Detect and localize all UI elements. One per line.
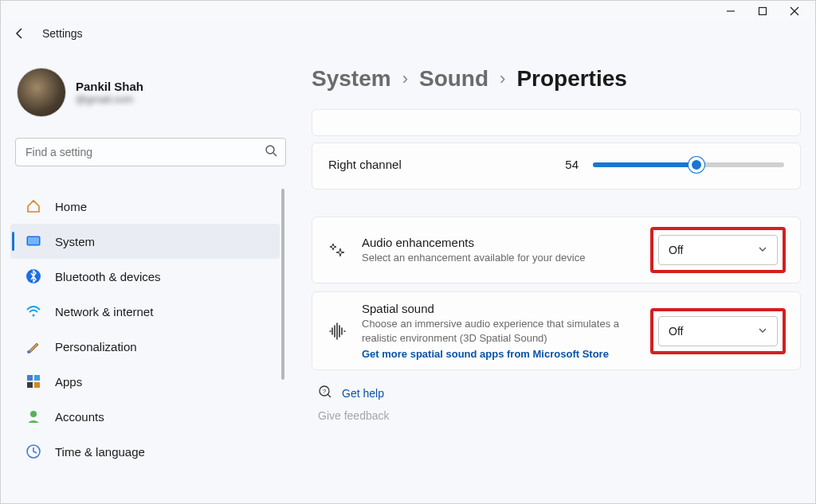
home-icon bbox=[25, 197, 42, 215]
breadcrumb-item-sound[interactable]: Sound bbox=[419, 66, 488, 92]
svg-line-5 bbox=[273, 153, 277, 156]
sidebar-item-label: Accounts bbox=[55, 410, 104, 424]
sidebar-item-label: System bbox=[55, 235, 95, 248]
svg-point-10 bbox=[27, 350, 30, 354]
sidebar-item-label: Bluetooth & devices bbox=[55, 270, 161, 283]
sidebar-item-bluetooth[interactable]: Bluetooth & devices bbox=[10, 259, 280, 294]
chevron-down-icon bbox=[758, 325, 767, 338]
nav-scrollbar[interactable] bbox=[281, 189, 284, 380]
apps-icon bbox=[25, 373, 42, 390]
back-button[interactable] bbox=[12, 25, 28, 41]
spatial-sound-desc: Choose an immersive audio experience tha… bbox=[362, 317, 636, 345]
dropdown-value: Off bbox=[669, 244, 683, 256]
sidebar-item-label: Network & internet bbox=[55, 305, 153, 318]
spatial-sound-title: Spatial sound bbox=[362, 302, 636, 315]
sparkle-icon bbox=[327, 241, 347, 259]
breadcrumb: System › Sound › Properties bbox=[312, 66, 801, 92]
svg-point-9 bbox=[33, 315, 35, 317]
audio-enhancements-desc: Select an enhancement available for your… bbox=[362, 251, 636, 265]
main-content: System › Sound › Properties Right channe… bbox=[288, 45, 815, 503]
breadcrumb-item-system[interactable]: System bbox=[312, 66, 391, 92]
clock-icon bbox=[25, 443, 42, 460]
chevron-right-icon: › bbox=[500, 68, 505, 89]
right-channel-label: Right channel bbox=[328, 158, 402, 171]
chevron-right-icon: › bbox=[402, 68, 408, 89]
svg-rect-14 bbox=[34, 382, 40, 388]
audio-enhancements-title: Audio enhancements bbox=[362, 236, 636, 249]
spatial-sound-card: Spatial sound Choose an immersive audio … bbox=[312, 291, 801, 370]
window-titlebar bbox=[1, 1, 815, 21]
maximize-button[interactable] bbox=[747, 1, 779, 21]
right-channel-value: 54 bbox=[565, 158, 579, 171]
wifi-icon bbox=[25, 303, 42, 320]
highlight-annotation: Off bbox=[650, 308, 786, 354]
svg-rect-12 bbox=[34, 375, 40, 381]
right-channel-slider[interactable] bbox=[593, 162, 784, 167]
chevron-down-icon bbox=[758, 244, 767, 256]
sidebar-item-accounts[interactable]: Accounts bbox=[10, 399, 280, 434]
user-profile[interactable]: Pankil Shah @gmail.com bbox=[10, 64, 288, 133]
app-title: Settings bbox=[42, 27, 83, 40]
card-cutoff-top bbox=[312, 109, 801, 136]
search-icon bbox=[265, 144, 277, 160]
highlight-annotation: Off bbox=[650, 227, 786, 273]
minimize-button[interactable] bbox=[715, 1, 747, 21]
svg-point-4 bbox=[266, 146, 274, 154]
svg-point-15 bbox=[30, 411, 37, 417]
close-button[interactable] bbox=[779, 1, 810, 21]
svg-text:?: ? bbox=[323, 388, 327, 395]
bluetooth-icon bbox=[25, 268, 42, 285]
nav-list: Home System Bluetooth & devices Network … bbox=[10, 189, 288, 469]
search-input-wrap[interactable] bbox=[15, 138, 286, 166]
sidebar-item-system[interactable]: System bbox=[10, 224, 280, 259]
sidebar: Pankil Shah @gmail.com Home bbox=[1, 45, 288, 503]
sidebar-item-label: Apps bbox=[55, 375, 82, 389]
user-name: Pankil Shah bbox=[76, 80, 143, 93]
brush-icon bbox=[25, 338, 42, 355]
dropdown-value: Off bbox=[669, 325, 683, 338]
sidebar-item-apps[interactable]: Apps bbox=[10, 364, 280, 399]
get-help-label: Get help bbox=[342, 387, 384, 400]
audio-enhancements-dropdown[interactable]: Off bbox=[658, 235, 778, 265]
avatar bbox=[17, 68, 66, 117]
sidebar-item-time[interactable]: Time & language bbox=[10, 434, 280, 469]
system-icon bbox=[25, 232, 42, 250]
svg-rect-7 bbox=[28, 237, 39, 244]
search-input[interactable] bbox=[26, 146, 255, 158]
accounts-icon bbox=[25, 408, 42, 425]
user-email: @gmail.com bbox=[76, 93, 143, 105]
svg-rect-13 bbox=[27, 382, 33, 388]
sidebar-item-personalization[interactable]: Personalization bbox=[10, 329, 280, 364]
sidebar-item-label: Personalization bbox=[55, 340, 137, 354]
give-feedback-link[interactable]: Give feedback bbox=[312, 409, 801, 422]
sound-wave-icon bbox=[327, 322, 347, 341]
help-icon: ? bbox=[318, 385, 332, 401]
spatial-sound-store-link[interactable]: Get more spatial sound apps from Microso… bbox=[362, 348, 636, 360]
sidebar-item-home[interactable]: Home bbox=[10, 189, 280, 224]
right-channel-card: Right channel 54 bbox=[312, 143, 801, 189]
audio-enhancements-card: Audio enhancements Select an enhancement… bbox=[312, 217, 801, 283]
svg-rect-11 bbox=[27, 375, 33, 381]
sidebar-item-network[interactable]: Network & internet bbox=[10, 294, 280, 329]
get-help-link[interactable]: ? Get help bbox=[312, 385, 801, 401]
sidebar-item-label: Time & language bbox=[55, 445, 145, 459]
svg-rect-1 bbox=[759, 8, 767, 15]
breadcrumb-item-properties: Properties bbox=[516, 66, 627, 92]
sidebar-item-label: Home bbox=[55, 200, 87, 213]
spatial-sound-dropdown[interactable]: Off bbox=[658, 316, 778, 346]
